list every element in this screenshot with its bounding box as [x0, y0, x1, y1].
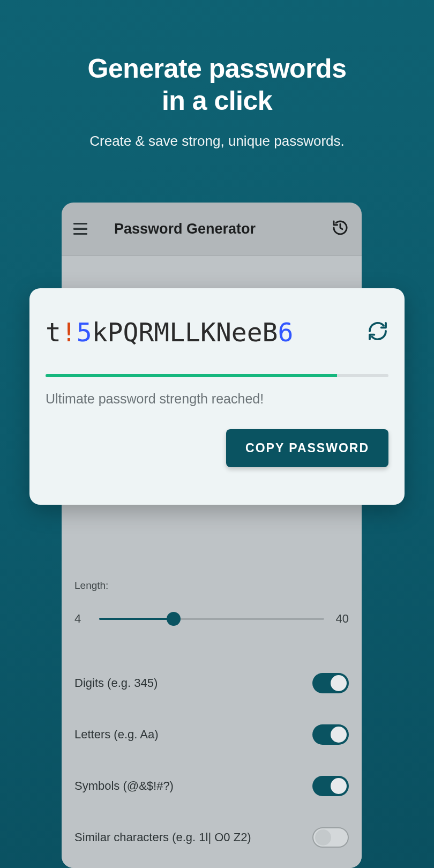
option-row: Symbols (@&$!#?)	[74, 776, 349, 796]
password-segment: 5	[77, 317, 92, 347]
hero-section: Generate passwords in a click Create & s…	[0, 0, 434, 149]
password-segment: t	[46, 317, 61, 347]
option-label: Similar characters (e.g. 1l| O0 Z2)	[74, 830, 251, 844]
slider-track-fill	[99, 618, 174, 620]
option-label: Letters (e.g. Aa)	[74, 728, 159, 742]
password-segment: kPQRMLLKNeeB	[92, 317, 278, 347]
toggle-knob	[331, 778, 347, 794]
option-toggle[interactable]	[312, 776, 349, 796]
length-slider[interactable]	[99, 612, 324, 625]
option-row: Digits (e.g. 345)	[74, 673, 349, 693]
hero-title-line2: in a click	[162, 86, 272, 116]
password-card: t!5kPQRMLLKNeeB6 Ultimate password stren…	[29, 288, 405, 505]
option-toggle[interactable]	[312, 673, 349, 693]
length-min: 4	[74, 612, 91, 626]
app-bar: Password Generator	[62, 203, 362, 256]
strength-text: Ultimate password strength reached!	[46, 391, 388, 407]
copy-password-button[interactable]: COPY PASSWORD	[226, 429, 388, 467]
toggle-knob	[331, 675, 347, 691]
option-toggle[interactable]	[312, 724, 349, 745]
generated-password: t!5kPQRMLLKNeeB6	[46, 317, 293, 347]
password-segment: 6	[278, 317, 294, 347]
password-segment: !	[61, 317, 77, 347]
option-label: Digits (e.g. 345)	[74, 676, 158, 690]
history-icon[interactable]	[332, 219, 349, 238]
toggle-knob	[315, 829, 331, 845]
option-row: Letters (e.g. Aa)	[74, 724, 349, 745]
toggle-knob	[331, 727, 347, 743]
slider-thumb[interactable]	[167, 612, 181, 626]
menu-icon[interactable]	[73, 221, 88, 236]
option-label: Symbols (@&$!#?)	[74, 779, 174, 793]
strength-bar	[46, 374, 388, 377]
hero-title: Generate passwords in a click	[0, 53, 434, 117]
app-title: Password Generator	[114, 221, 332, 237]
hero-title-line1: Generate passwords	[88, 54, 347, 84]
hero-subtitle: Create & save strong, unique passwords.	[0, 133, 434, 149]
refresh-icon[interactable]	[367, 320, 388, 344]
option-row: Similar characters (e.g. 1l| O0 Z2)	[74, 827, 349, 848]
strength-fill	[46, 374, 337, 377]
option-toggle[interactable]	[312, 827, 349, 848]
length-max: 40	[333, 612, 349, 626]
length-label: Length:	[74, 580, 349, 592]
